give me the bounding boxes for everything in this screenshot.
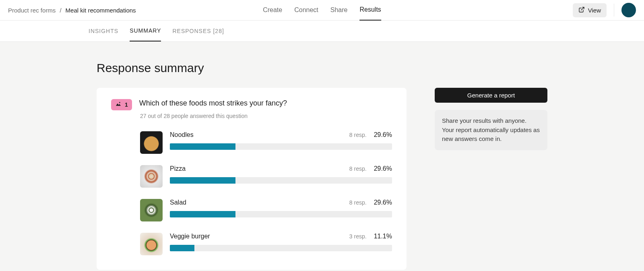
answer-bar-track <box>170 143 392 150</box>
answer-row: Salad8 resp.29.6% <box>140 199 392 221</box>
answer-bar-fill <box>170 245 194 251</box>
svg-line-0 <box>581 7 584 10</box>
main-nav: Create Connect Share Results <box>263 0 381 21</box>
answer-meta: 8 resp.29.6% <box>349 199 392 206</box>
question-number: 1 <box>125 101 128 108</box>
answer-resp-count: 8 resp. <box>349 165 367 172</box>
generate-report-button[interactable]: Generate a report <box>435 88 547 103</box>
answer-bar-fill <box>170 211 235 217</box>
header-right: View <box>573 3 636 17</box>
answer-thumbnail <box>140 199 163 221</box>
answer-percent: 29.6% <box>374 131 392 139</box>
answer-meta: 8 resp.29.6% <box>349 165 392 172</box>
svg-point-2 <box>119 102 120 103</box>
nav-results[interactable]: Results <box>359 0 381 21</box>
answer-body: Noodles8 resp.29.6% <box>170 131 392 150</box>
answer-top: Noodles8 resp.29.6% <box>170 131 392 139</box>
avatar[interactable] <box>621 3 636 17</box>
tab-summary[interactable]: SUMMARY <box>130 21 161 41</box>
view-button-label: View <box>588 7 601 14</box>
breadcrumb-current: Meal kit recommendations <box>66 7 136 14</box>
answer-bar-track <box>170 177 392 184</box>
answer-bar-track <box>170 211 392 217</box>
question-card: 1 Which of these foods most strikes your… <box>97 88 407 270</box>
answer-row: Veggie burger3 resp.11.1% <box>140 233 392 255</box>
answer-resp-count: 8 resp. <box>349 199 367 206</box>
answer-bar-track <box>170 245 392 251</box>
side-panel: Generate a report Share your results wit… <box>435 88 547 150</box>
answer-body: Salad8 resp.29.6% <box>170 199 392 217</box>
share-info-text: Share your results with anyone. Your rep… <box>435 110 547 150</box>
answer-percent: 11.1% <box>374 233 392 240</box>
answer-resp-count: 8 resp. <box>349 132 367 138</box>
answer-top: Pizza8 resp.29.6% <box>170 165 392 172</box>
app-header: Product rec forms / Meal kit recommendat… <box>0 0 644 21</box>
answer-label: Salad <box>170 199 186 206</box>
header-divider <box>614 4 614 17</box>
answer-thumbnail <box>140 131 163 154</box>
subnav: INSIGHTS SUMMARY RESPONSES [28] <box>0 21 644 42</box>
answer-row: Pizza8 resp.29.6% <box>140 165 392 188</box>
tab-insights[interactable]: INSIGHTS <box>89 21 118 41</box>
answer-thumbnail <box>140 165 163 188</box>
nav-share[interactable]: Share <box>330 0 348 21</box>
answer-body: Veggie burger3 resp.11.1% <box>170 233 392 251</box>
answers-list: Noodles8 resp.29.6%Pizza8 resp.29.6%Sala… <box>140 131 392 255</box>
nav-create[interactable]: Create <box>263 0 282 21</box>
external-link-icon <box>578 6 585 14</box>
answer-top: Salad8 resp.29.6% <box>170 199 392 206</box>
answer-resp-count: 3 resp. <box>349 233 367 240</box>
answer-top: Veggie burger3 resp.11.1% <box>170 233 392 240</box>
svg-marker-1 <box>116 103 121 106</box>
answer-label: Noodles <box>170 131 194 139</box>
nav-connect[interactable]: Connect <box>294 0 318 21</box>
answer-percent: 29.6% <box>374 199 392 206</box>
breadcrumb-separator: / <box>60 7 61 14</box>
breadcrumb-parent[interactable]: Product rec forms <box>8 7 56 14</box>
question-subtext: 27 out of 28 people answered this questi… <box>140 113 392 119</box>
question-text: Which of these foods most strikes your f… <box>139 99 287 108</box>
answer-meta: 3 resp.11.1% <box>349 233 392 240</box>
content-area: Response summary 1 Which of these foo <box>0 42 644 271</box>
answer-bar-fill <box>170 143 235 150</box>
answer-bar-fill <box>170 177 235 184</box>
breadcrumb: Product rec forms / Meal kit recommendat… <box>8 7 136 14</box>
answer-label: Veggie burger <box>170 233 210 240</box>
question-type-badge: 1 <box>111 99 132 110</box>
answer-meta: 8 resp.29.6% <box>349 131 392 139</box>
tab-responses[interactable]: RESPONSES [28] <box>172 21 224 41</box>
page-title: Response summary <box>97 61 547 75</box>
answer-thumbnail <box>140 233 163 255</box>
answer-row: Noodles8 resp.29.6% <box>140 131 392 154</box>
answer-label: Pizza <box>170 165 186 172</box>
picture-choice-icon <box>115 101 122 108</box>
answer-body: Pizza8 resp.29.6% <box>170 165 392 184</box>
answer-percent: 29.6% <box>374 165 392 172</box>
view-button[interactable]: View <box>573 3 607 17</box>
